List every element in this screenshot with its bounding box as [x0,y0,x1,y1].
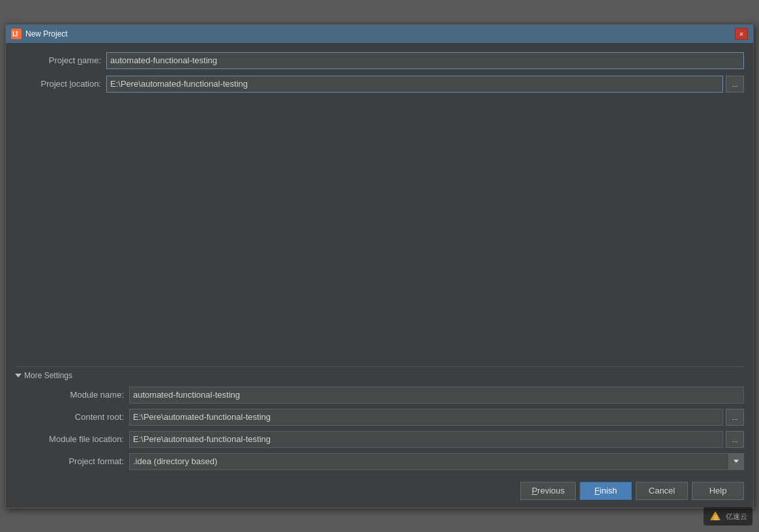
project-location-browse-button[interactable]: ... [726,76,744,93]
content-root-row: Content root: ... [15,409,744,426]
app-icon: IJ [11,29,22,39]
content-root-input-wrap: ... [129,409,744,426]
project-name-row: Project name: [15,52,744,69]
project-format-row: Project format: .idea (directory based) [15,453,744,470]
svg-text:云: 云 [713,515,719,521]
module-file-location-label: Module file location: [15,434,129,444]
module-file-location-label-text: Module file location: [49,434,124,444]
project-location-label: Project location: [15,79,106,89]
module-name-input[interactable] [129,387,744,404]
module-file-location-row: Module file location: ... [15,431,744,448]
more-settings-section: More Settings Module name: Content root: [15,366,744,470]
svg-text:IJ: IJ [12,31,18,38]
cancel-button-label: Cancel [649,486,675,495]
watermark: 云 亿速云 [704,507,752,525]
watermark-text: 亿速云 [726,512,747,522]
new-project-dialog: IJ New Project × Project name: Project l… [5,24,754,509]
content-root-label: Content root: [15,412,129,422]
project-format-label: Project format: [15,456,129,466]
help-button-label: Help [709,486,727,495]
project-name-input[interactable] [106,52,744,69]
module-file-location-input-wrap: ... [129,431,744,448]
window-title: New Project [25,29,68,38]
help-button[interactable]: Help [692,482,744,500]
toggle-arrow-icon [15,374,22,377]
content-root-input[interactable] [129,409,723,426]
project-location-label-text: Project location: [40,79,101,89]
project-format-select[interactable]: .idea (directory based) [129,453,744,470]
main-content-area [15,99,744,360]
module-name-row: Module name: [15,387,744,404]
dialog-content: Project name: Project location: ... More… [6,43,753,475]
more-settings-toggle[interactable]: More Settings [15,371,744,380]
title-bar-left: IJ New Project [11,29,68,39]
module-name-label-text: Module name: [70,390,124,400]
module-name-input-wrap [129,387,744,404]
project-name-input-wrap [106,52,744,69]
cancel-button[interactable]: Cancel [636,482,688,500]
project-format-label-text: Project format: [68,456,124,466]
finish-button-label: Finish [595,486,618,495]
content-root-label-text: Content root: [75,412,124,422]
previous-button-label: Previous [531,486,565,495]
button-bar: Previous Finish Cancel Help [6,475,753,508]
project-format-select-wrap: .idea (directory based) [129,453,744,470]
module-file-location-browse-button[interactable]: ... [726,431,744,448]
content-root-browse-button[interactable]: ... [726,409,744,426]
project-name-label: Project name: [15,55,106,65]
finish-button[interactable]: Finish [580,482,632,500]
project-name-label-text: Project name: [49,55,101,65]
close-button[interactable]: × [735,28,748,40]
project-location-input[interactable] [106,76,723,93]
module-file-location-input[interactable] [129,431,723,448]
more-settings-label: More Settings [24,371,72,380]
project-location-input-wrap: ... [106,76,744,93]
module-name-label: Module name: [15,390,129,400]
watermark-icon: 云 [709,510,722,523]
project-location-row: Project location: ... [15,76,744,93]
previous-button[interactable]: Previous [520,482,576,500]
title-bar: IJ New Project × [6,25,753,43]
